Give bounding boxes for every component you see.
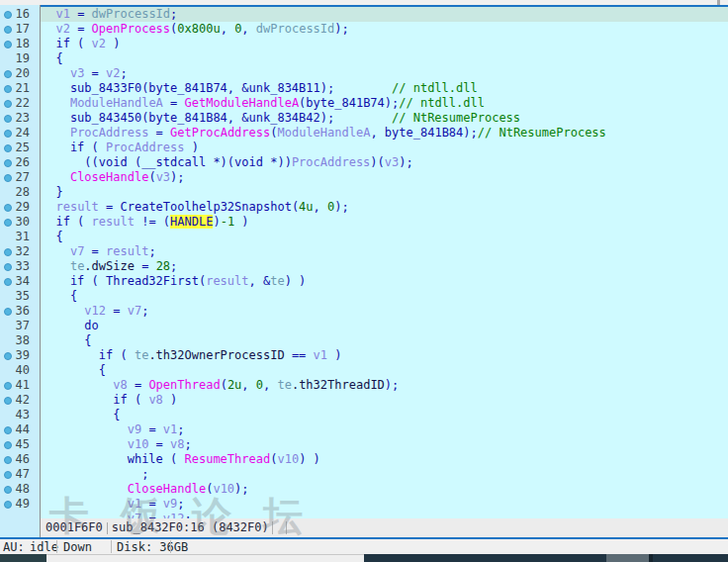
breakpoint-dot[interactable] [4, 26, 12, 34]
code-token[interactable]: ((void (__stdcall *)(void *)) [42, 155, 292, 169]
code-token[interactable]: = [148, 126, 170, 140]
code-token[interactable]: { [42, 363, 106, 377]
code-token[interactable]: ; [177, 422, 184, 436]
code-token[interactable]: v1 [55, 7, 69, 21]
code-token[interactable]: // ntdll.dll [399, 96, 485, 110]
code-token[interactable]: = [141, 512, 163, 518]
code-token[interactable]: ProcAddress [106, 140, 184, 154]
code-token[interactable]: result [55, 200, 98, 214]
code-token[interactable]: ProcAddress [70, 126, 148, 140]
code-token[interactable] [42, 66, 70, 80]
breakpoint-dot[interactable] [4, 115, 12, 123]
code-token[interactable]: // NtResumeProcess [334, 111, 520, 125]
code-token[interactable]: v9 [163, 497, 177, 511]
code-line[interactable]: ModuleHandleA = GetModuleHandleA(byte_84… [41, 96, 728, 111]
code-token[interactable] [42, 482, 128, 496]
code-token[interactable]: ); [334, 200, 348, 214]
code-line[interactable]: v12 = v7; [41, 304, 728, 319]
code-token[interactable]: v2 [55, 22, 69, 36]
code-token[interactable]: ; [148, 244, 155, 258]
breakpoint-dot[interactable] [4, 100, 12, 108]
code-token[interactable]: 2u [228, 378, 241, 392]
code-line[interactable]: if ( ProcAddress ) [41, 140, 728, 155]
code-token[interactable]: ) ) [299, 452, 320, 466]
code-line[interactable]: { [41, 230, 728, 244]
code-line[interactable]: ((void (__stdcall *)(void *))ProcAddress… [41, 155, 728, 170]
code-token[interactable]: v12 [163, 512, 185, 518]
code-token[interactable]: { [42, 333, 92, 347]
code-token[interactable]: ; [121, 66, 128, 80]
code-token[interactable]: GetModuleHandleA [185, 96, 300, 110]
code-line[interactable]: if ( te.th32OwnerProcessID == v1 ) [41, 348, 728, 363]
code-token[interactable]: ; [141, 304, 148, 318]
code-token[interactable]: v3 [385, 155, 399, 169]
breakpoint-dot[interactable] [4, 263, 12, 271]
code-token[interactable]: te [135, 348, 148, 362]
code-token[interactable]: v10 [277, 452, 299, 466]
code-line[interactable]: { [41, 363, 728, 378]
code-token[interactable]: = [84, 66, 106, 80]
code-token[interactable] [42, 244, 70, 258]
code-token[interactable] [42, 96, 70, 110]
code-line[interactable]: { [41, 333, 728, 348]
code-token[interactable]: ) [327, 348, 341, 362]
code-token[interactable]: = [141, 497, 163, 511]
code-line[interactable]: v7 = v12; [41, 512, 728, 518]
code-token[interactable]: v1 [128, 497, 141, 511]
code-token[interactable]: ; [42, 467, 148, 481]
code-line[interactable]: if ( Thread32First(result, &te) ) [41, 274, 728, 289]
code-token[interactable]: sub_8433F0(byte_841B74, &unk_834B11); [42, 81, 334, 95]
code-token[interactable]: ; [170, 7, 177, 21]
code-token[interactable]: v7 [128, 512, 141, 518]
code-token[interactable] [42, 170, 70, 184]
code-token[interactable]: ProcAddress [292, 155, 370, 169]
code-token[interactable]: // ntdll.dll [334, 81, 478, 95]
code-token[interactable]: OpenProcess [92, 22, 170, 36]
code-token[interactable]: ; [185, 512, 192, 518]
code-line[interactable]: { [41, 289, 728, 304]
code-token[interactable] [42, 304, 84, 318]
taskbar-button[interactable] [606, 554, 649, 562]
code-line[interactable]: sub_843450(byte_841B84, &unk_834B42); //… [41, 111, 728, 126]
code-token[interactable]: do [42, 319, 99, 332]
code-token[interactable] [42, 7, 55, 21]
code-line[interactable]: do [41, 319, 728, 333]
code-token[interactable]: (byte_841B74); [299, 96, 399, 110]
code-token[interactable]: CloseHandle [70, 170, 148, 184]
breakpoint-dot[interactable] [4, 85, 12, 93]
code-token[interactable]: ; [170, 259, 177, 273]
code-token[interactable]: == [285, 348, 314, 362]
code-token[interactable]: ; [185, 437, 192, 451]
code-token[interactable] [42, 497, 128, 511]
code-token[interactable]: ); [399, 155, 412, 169]
code-token[interactable]: while ( [42, 452, 185, 466]
code-token[interactable]: )( [370, 155, 384, 169]
code-token[interactable]: , byte_841B84); [370, 126, 477, 140]
code-token[interactable]: ModuleHandleA [70, 96, 163, 110]
code-token[interactable] [42, 437, 128, 451]
breakpoint-dot[interactable] [4, 159, 12, 167]
breakpoint-dot[interactable] [4, 219, 12, 227]
breakpoint-dot[interactable] [4, 278, 12, 286]
code-token[interactable]: ( [221, 378, 228, 392]
code-line[interactable]: if ( v2 ) [41, 37, 728, 51]
code-line[interactable]: } [41, 185, 728, 200]
code-token[interactable]: dwProcessId [92, 7, 170, 21]
code-token[interactable] [42, 378, 113, 392]
code-token[interactable]: , [314, 200, 327, 214]
code-token[interactable]: = [70, 7, 92, 21]
breakpoint-dot[interactable] [4, 456, 12, 464]
breakpoint-dot[interactable] [4, 11, 12, 19]
code-token[interactable]: ModuleHandleA [277, 126, 370, 140]
breakpoint-dot[interactable] [4, 352, 12, 360]
code-line[interactable]: { [41, 51, 728, 66]
code-token[interactable]: if ( [42, 140, 106, 154]
code-token[interactable]: v3 [156, 170, 170, 184]
breakpoint-dot[interactable] [4, 204, 12, 212]
pseudocode-view[interactable]: v1 = dwProcessId; v2 = OpenProcess(0x800… [41, 5, 728, 518]
code-token[interactable]: v10 [213, 482, 234, 496]
scrollbar-track[interactable] [46, 554, 364, 562]
code-token[interactable]: { [42, 289, 77, 303]
code-line[interactable]: CloseHandle(v10); [41, 482, 728, 497]
code-token[interactable]: = [148, 437, 170, 451]
